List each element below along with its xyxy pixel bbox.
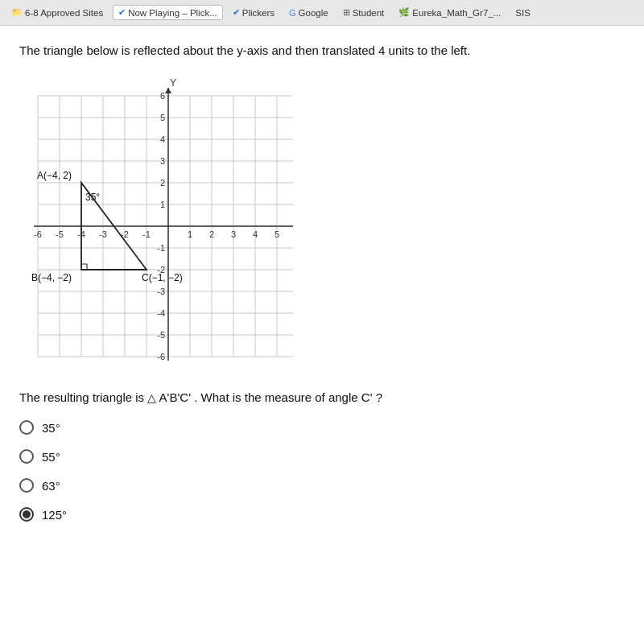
radio-35[interactable] bbox=[19, 420, 34, 435]
folder-icon: 📁 bbox=[11, 7, 23, 18]
tab-label-5: Student bbox=[353, 8, 385, 18]
tab-label-4: Google bbox=[299, 8, 328, 18]
choice-label-63: 63° bbox=[42, 479, 60, 493]
choice-label-55: 55° bbox=[42, 450, 60, 464]
main-content: The triangle below is reflected about th… bbox=[0, 26, 644, 644]
tab-approved-sites[interactable]: 📁 6-8 Approved Sites bbox=[6, 6, 108, 19]
tab-sis[interactable]: SIS bbox=[510, 6, 535, 19]
tab-google[interactable]: G Google bbox=[284, 6, 333, 19]
choice-63[interactable]: 63° bbox=[19, 478, 625, 493]
result-text-1: The resulting triangle is bbox=[19, 390, 144, 404]
coordinate-graph bbox=[27, 73, 293, 371]
tab-label: 6-8 Approved Sites bbox=[25, 8, 103, 18]
google-icon: G bbox=[289, 8, 296, 18]
radio-inner-125 bbox=[23, 510, 31, 518]
radio-55[interactable] bbox=[19, 449, 34, 464]
result-text-3: . What is the measure of angle C' ? bbox=[194, 390, 382, 404]
tab-label-6: Eureka_Math_Gr7_... bbox=[412, 8, 501, 18]
apps-icon: ⊞ bbox=[343, 7, 350, 18]
choice-125[interactable]: 125° bbox=[19, 507, 625, 522]
answer-section: The resulting triangle is △ A'B'C' . Wha… bbox=[19, 390, 625, 522]
result-text: The resulting triangle is △ A'B'C' . Wha… bbox=[19, 390, 625, 404]
check-icon-2: ✔ bbox=[233, 7, 240, 18]
tab-student[interactable]: ⊞ Student bbox=[338, 6, 390, 19]
browser-toolbar: 📁 6-8 Approved Sites ✔ Now Playing – Pli… bbox=[0, 0, 644, 26]
tab-label-3: Plickers bbox=[242, 8, 275, 18]
choice-55[interactable]: 55° bbox=[19, 449, 625, 464]
question-text: The triangle below is reflected about th… bbox=[19, 42, 625, 59]
check-icon-1: ✔ bbox=[118, 7, 126, 18]
choice-35[interactable]: 35° bbox=[19, 420, 625, 435]
triangle-symbol: △ bbox=[147, 391, 156, 404]
result-text-2: A'B'C' bbox=[159, 390, 191, 404]
radio-125[interactable] bbox=[19, 507, 34, 522]
leaf-icon: 🌿 bbox=[398, 7, 410, 18]
tab-label-7: SIS bbox=[515, 8, 530, 18]
choice-label-35: 35° bbox=[42, 421, 60, 435]
tab-label-2: Now Playing – Plick... bbox=[128, 8, 217, 18]
graph-container bbox=[27, 73, 301, 371]
choice-label-125: 125° bbox=[42, 508, 67, 522]
radio-63[interactable] bbox=[19, 478, 34, 493]
tab-eureka[interactable]: 🌿 Eureka_Math_Gr7_... bbox=[394, 6, 506, 19]
tab-now-playing[interactable]: ✔ Now Playing – Plick... bbox=[113, 5, 223, 20]
tab-plickers[interactable]: ✔ Plickers bbox=[228, 6, 279, 19]
